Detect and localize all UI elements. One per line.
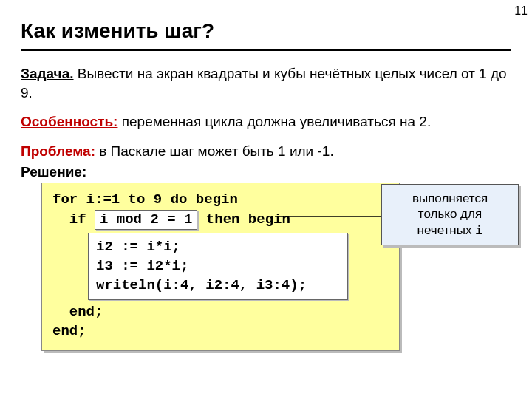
code-line-end-for: end;: [52, 322, 389, 341]
code-if-post: then begin: [197, 211, 290, 228]
code-if-pre: if: [52, 211, 95, 228]
problem-label: Проблема:: [21, 143, 95, 159]
task-text: Вывести на экран квадраты и кубы нечётны…: [21, 66, 507, 100]
page-number: 11: [514, 4, 528, 18]
problem-paragraph: Проблема: в Паскале шаг может быть 1 или…: [21, 142, 511, 161]
callout-line3-text: нечетных: [417, 223, 476, 237]
code-block: for i:=1 to 9 do begin if i mod 2 = 1 th…: [41, 183, 400, 350]
callout-line1: выполняется: [388, 191, 512, 206]
slide-content: Как изменить шаг? Задача. Вывести на экр…: [0, 0, 532, 351]
solution-label: Решение:: [21, 164, 86, 180]
feature-label: Особенность:: [21, 114, 117, 129]
code-inner-2: i3 := i2*i;: [96, 257, 340, 276]
solution-paragraph: Решение:: [21, 163, 511, 182]
task-label: Задача.: [21, 66, 74, 81]
task-paragraph: Задача. Вывести на экран квадраты и кубы…: [21, 64, 511, 102]
feature-text: переменная цикла должна увеличиваться на…: [117, 114, 431, 129]
code-area: выполняется только для нечетных i for i:…: [21, 183, 511, 350]
problem-text: в Паскале шаг может быть 1 или -1.: [95, 143, 334, 159]
code-inner-3: writeln(i:4, i2:4, i3:4);: [96, 276, 340, 296]
code-inner-1: i2 := i*i;: [96, 238, 340, 257]
callout-line2: только для: [388, 206, 512, 222]
callout-pointer: [279, 215, 390, 216]
callout-box: выполняется только для нечетных i: [381, 184, 519, 245]
code-inner-box: i2 := i*i; i3 := i2*i; writeln(i:4, i2:4…: [88, 233, 348, 300]
code-condition-box: i mod 2 = 1: [95, 210, 197, 231]
slide-title: Как изменить шаг?: [21, 19, 511, 43]
callout-line3-var: i: [475, 224, 482, 238]
feature-paragraph: Особенность: переменная цикла должна уве…: [21, 112, 511, 132]
title-underline: [21, 49, 511, 51]
callout-line3: нечетных i: [388, 222, 512, 239]
code-line-end-if: end;: [52, 303, 389, 322]
code-line-for: for i:=1 to 9 do begin: [52, 191, 389, 210]
